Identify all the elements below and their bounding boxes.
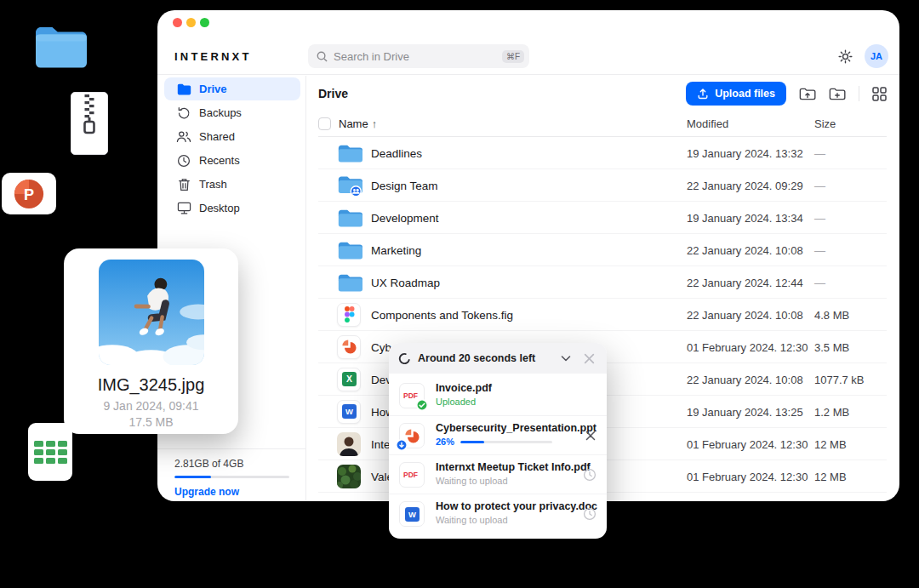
upgrade-link[interactable]: Upgrade now [174, 486, 288, 498]
file-modified: 22 January 2024. 10:08 [687, 308, 803, 321]
chevron-down-icon [559, 351, 573, 365]
collapse-popup-button[interactable] [557, 350, 574, 367]
upload-button-label: Upload files [715, 88, 775, 100]
sidebar-item-label: Backups [199, 106, 242, 119]
file-name: Development [371, 211, 439, 224]
file-modified: 22 January 2024. 10:08 [687, 373, 803, 385]
file-modified: 22 January 2024. 12:44 [687, 276, 803, 288]
upload-percent: 26% [436, 437, 454, 447]
drive-folder-icon [176, 83, 191, 95]
file-size: — [814, 276, 825, 288]
sidebar-item-shared[interactable]: Shared [164, 125, 300, 148]
sidebar-item-trash[interactable]: Trash [164, 173, 300, 196]
upload-progress-popup: Around 20 seconds left PDF Invoice.pdf U… [389, 343, 607, 539]
column-header-modified[interactable]: Modified [687, 117, 728, 130]
search-placeholder: Search in Drive [334, 50, 409, 63]
desktop-folder-icon [32, 23, 89, 76]
table-row[interactable]: Design Team 22 January 2024. 09:29 — [318, 169, 887, 202]
folder-upload-icon [799, 87, 816, 101]
file-modified: 19 January 2024. 13:34 [687, 211, 803, 224]
sidebar-item-recents[interactable]: Recents [164, 149, 300, 172]
upload-items-list: PDF Invoice.pdf Uploaded Cybersecurity_P… [389, 374, 607, 539]
sidebar-item-label: Desktop [199, 202, 240, 214]
svg-text:W: W [345, 407, 353, 416]
waiting-clock-icon [583, 468, 596, 482]
file-size: 1077.7 kB [814, 373, 865, 385]
image-date: 9 Jan 2024, 09:41 [64, 399, 238, 413]
sidebar-item-desktop[interactable]: Desktop [164, 197, 300, 220]
pdf-file-icon: PDF [399, 383, 425, 408]
sidebar-item-backups[interactable]: Backups [164, 101, 300, 124]
sidebar-item-label: Shared [199, 130, 235, 143]
column-header-size[interactable]: Size [814, 117, 836, 130]
table-row[interactable]: Components and Tokens.fig 22 January 202… [318, 299, 887, 331]
internxt-logo: INTERNXT [174, 50, 252, 63]
upload-file-name: Internxt Meetup Ticket Info.pdf [436, 461, 591, 473]
upload-files-button[interactable]: Upload files [686, 82, 786, 106]
storage-usage-label: 2.81GB of 4GB [174, 458, 288, 470]
sidebar-item-drive[interactable]: Drive [164, 77, 300, 100]
file-size: — [814, 243, 825, 256]
upload-file-name: How to protect your privacy.doc [436, 500, 597, 512]
upload-folder-button[interactable] [799, 87, 816, 101]
table-row[interactable]: UX Roadmap 22 January 2024. 12:44 — [318, 266, 887, 299]
upload-file-name: Invoice.pdf [436, 382, 492, 394]
file-name: Deadlines [371, 146, 422, 159]
search-input[interactable]: Search in Drive ⌘F [308, 44, 529, 68]
file-name: Design Team [371, 179, 438, 191]
file-modified: 01 February 2024. 12:30 [687, 437, 808, 450]
svg-text:X: X [346, 374, 352, 384]
upload-progress-bar [460, 441, 552, 443]
waiting-clock-icon [583, 507, 596, 521]
sidebar-item-label: Recents [199, 154, 240, 167]
settings-button[interactable] [837, 49, 853, 65]
grid-view-button[interactable] [872, 87, 887, 101]
account-avatar[interactable]: JA [865, 44, 888, 68]
svg-text:W: W [408, 510, 416, 519]
toolbar-divider [859, 86, 859, 101]
close-popup-button[interactable] [581, 351, 597, 367]
file-size: — [814, 146, 825, 159]
upload-status-row: Waiting to upload [436, 515, 508, 525]
table-row[interactable]: Development 19 January 2024. 13:34 — [318, 202, 887, 234]
ppt-file-icon [399, 423, 425, 448]
file-modified: 01 February 2024. 12:30 [687, 470, 808, 482]
new-folder-button[interactable] [829, 87, 846, 101]
sort-arrow-icon: ↑ [372, 117, 378, 130]
table-row[interactable]: Deadlines 19 January 2024. 13:32 — [318, 137, 887, 169]
table-row[interactable]: Marketing 22 January 2024. 10:08 — [318, 234, 887, 266]
pdf-file-icon: PDF [399, 462, 425, 488]
ppt-icon [337, 335, 361, 359]
file-name: UX Roadmap [371, 276, 440, 288]
zip-file-icon [71, 92, 108, 158]
folder-icon [337, 271, 362, 293]
topbar: INTERNXT Search in Drive ⌘F JA [157, 10, 899, 75]
folder-shared-icon [337, 174, 362, 197]
grid-view-icon [872, 87, 887, 101]
upload-status: Waiting to upload [436, 476, 508, 486]
xls-icon: X [337, 368, 361, 391]
folder-plus-icon [829, 87, 846, 101]
upload-item: PDF Internxt Meetup Ticket Info.pdf Wait… [389, 454, 607, 494]
select-all-checkbox[interactable] [318, 117, 331, 130]
fig-icon [337, 303, 361, 327]
close-icon [583, 352, 596, 365]
table-header: Name↑ Modified Size [318, 111, 887, 137]
upload-status: Waiting to upload [436, 515, 508, 525]
upload-status-row: Uploaded [436, 397, 476, 407]
file-modified: 19 January 2024. 13:25 [687, 405, 803, 418]
spreadsheet-file-icon [28, 423, 72, 481]
photo-portrait-icon [337, 432, 361, 456]
recents-clock-icon [176, 154, 191, 168]
marketing-canvas: P IMG_3245.jpg 9 Ja [0, 0, 919, 588]
doc-icon: W [337, 400, 361, 424]
sidebar-item-label: Trash [199, 178, 227, 191]
file-modified: 22 January 2024. 09:29 [687, 179, 803, 191]
column-header-name[interactable]: Name↑ [339, 117, 377, 130]
powerpoint-file-icon: P [2, 173, 56, 214]
spreadsheet-grid-icon [34, 441, 67, 464]
backups-icon [176, 106, 191, 120]
storage-panel: 2.81GB of 4GB Upgrade now [157, 448, 305, 501]
photo-green-icon [337, 465, 361, 488]
cancel-upload-button[interactable] [585, 430, 596, 442]
